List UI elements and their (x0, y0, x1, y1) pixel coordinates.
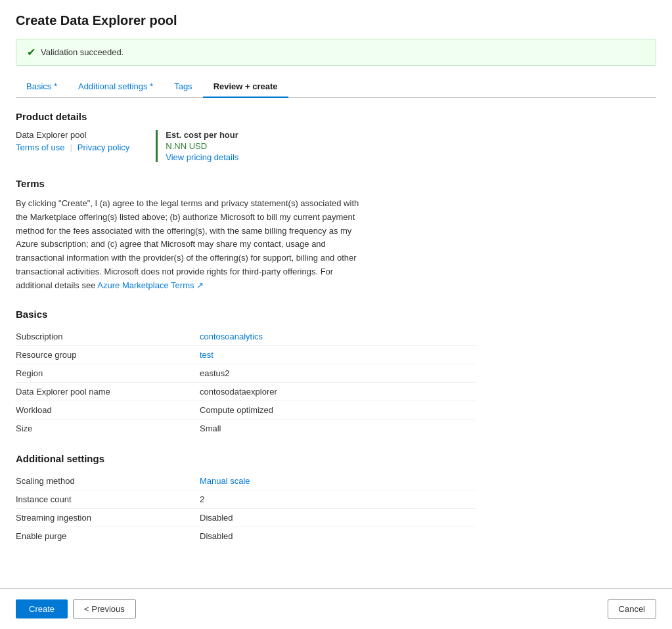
terms-text: By clicking "Create", I (a) agree to the… (16, 197, 370, 293)
size-value: Small (200, 423, 221, 433)
subscription-value: contosoanalytics (200, 332, 263, 341)
validation-success-icon: ✔ (27, 46, 35, 58)
instance-count-label: Instance count (16, 494, 200, 504)
additional-settings-title: Additional settings (16, 453, 656, 464)
scaling-method-value: Manual scale (200, 476, 250, 486)
product-details-title: Product details (16, 111, 656, 122)
validation-message: Validation succeeded. (41, 47, 123, 57)
table-row: Scaling method Manual scale (16, 472, 476, 490)
workload-value: Compute optimized (200, 405, 273, 415)
additional-settings-section: Additional settings Scaling method Manua… (16, 453, 656, 545)
subscription-label: Subscription (16, 332, 200, 341)
instance-count-value: 2 (200, 494, 204, 504)
cost-box: Est. cost per hour N.NN USD View pricing… (156, 130, 238, 162)
streaming-ingestion-label: Streaming ingestion (16, 513, 200, 523)
terms-title: Terms (16, 178, 656, 189)
product-info: Data Explorer pool Terms of use | Privac… (16, 130, 129, 152)
table-row: Streaming ingestion Disabled (16, 509, 476, 527)
product-details-box: Data Explorer pool Terms of use | Privac… (16, 130, 656, 162)
product-details-section: Product details Data Explorer pool Terms… (16, 111, 656, 162)
table-row: Region eastus2 (16, 364, 476, 383)
footer-left-buttons: Create < Previous (16, 599, 136, 618)
table-row: Data Explorer pool name contosodataexplo… (16, 383, 476, 401)
product-links: Terms of use | Privacy policy (16, 142, 129, 152)
terms-section: Terms By clicking "Create", I (a) agree … (16, 178, 656, 293)
basics-section: Basics Subscription contosoanalytics Res… (16, 309, 656, 437)
additional-settings-table: Scaling method Manual scale Instance cou… (16, 472, 476, 545)
enable-purge-value: Disabled (200, 531, 233, 541)
tab-review-create[interactable]: Review + create (203, 76, 288, 98)
region-label: Region (16, 368, 200, 378)
tab-additional-settings[interactable]: Additional settings * (68, 76, 164, 98)
cancel-button[interactable]: Cancel (608, 599, 656, 618)
region-value: eastus2 (200, 368, 230, 378)
scaling-method-label: Scaling method (16, 476, 200, 486)
resource-group-value: test (200, 350, 213, 360)
cost-value: N.NN USD (166, 141, 238, 151)
create-button[interactable]: Create (16, 599, 68, 618)
resource-group-label: Resource group (16, 350, 200, 360)
workload-label: Workload (16, 405, 200, 415)
enable-purge-label: Enable purge (16, 531, 200, 541)
pool-name-value: contosodataexplorer (200, 387, 277, 397)
privacy-policy-link[interactable]: Privacy policy (78, 142, 129, 152)
page-title: Create Data Explorer pool (16, 13, 656, 28)
azure-marketplace-terms-link[interactable]: Azure Marketplace Terms ↗ (97, 280, 204, 290)
main-content: Create Data Explorer pool ✔ Validation s… (0, 0, 672, 588)
link-separator: | (70, 142, 72, 152)
pool-name-label: Data Explorer pool name (16, 387, 200, 397)
streaming-ingestion-value: Disabled (200, 513, 233, 523)
terms-of-use-link[interactable]: Terms of use (16, 142, 64, 152)
size-label: Size (16, 423, 200, 433)
view-pricing-link[interactable]: View pricing details (166, 152, 238, 162)
table-row: Enable purge Disabled (16, 527, 476, 545)
page-container: Create Data Explorer pool ✔ Validation s… (0, 0, 672, 629)
basics-title: Basics (16, 309, 656, 320)
tab-tags[interactable]: Tags (164, 76, 202, 98)
table-row: Workload Compute optimized (16, 401, 476, 420)
footer: Create < Previous Cancel (0, 588, 672, 629)
tab-basics[interactable]: Basics * (16, 76, 68, 98)
table-row: Instance count 2 (16, 490, 476, 509)
previous-button[interactable]: < Previous (73, 599, 136, 618)
product-name: Data Explorer pool (16, 130, 129, 140)
table-row: Subscription contosoanalytics (16, 328, 476, 346)
validation-banner: ✔ Validation succeeded. (16, 39, 656, 66)
table-row: Size Small (16, 420, 476, 437)
basics-table: Subscription contosoanalytics Resource g… (16, 328, 476, 437)
table-row: Resource group test (16, 346, 476, 364)
tabs-bar: Basics * Additional settings * Tags Revi… (16, 76, 656, 98)
cost-label: Est. cost per hour (166, 130, 238, 140)
